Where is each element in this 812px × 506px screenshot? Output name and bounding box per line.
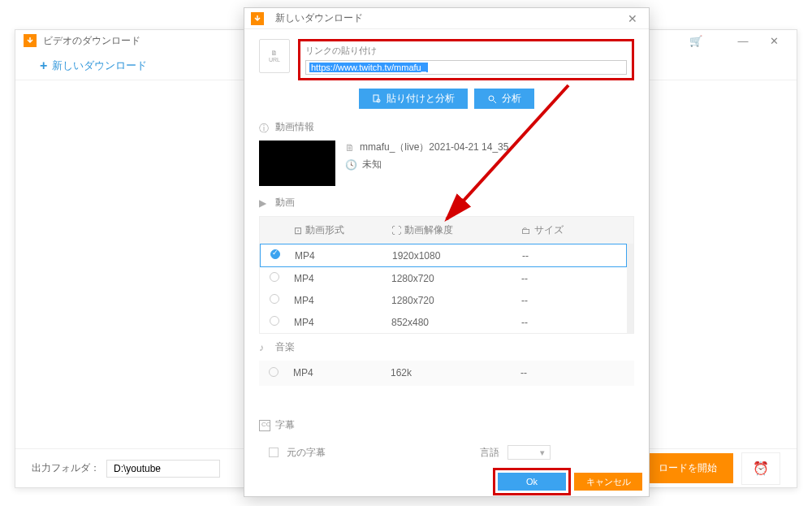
svg-point-2 xyxy=(489,96,494,101)
language-label: 言語 xyxy=(480,446,499,460)
chevron-down-icon: ▾ xyxy=(540,448,545,458)
video-duration: 未知 xyxy=(362,158,382,171)
video-info-header: ⓘ 動画情報 xyxy=(259,120,634,134)
svg-line-3 xyxy=(494,101,496,103)
original-subtitle-label: 元の字幕 xyxy=(287,446,326,460)
svg-rect-0 xyxy=(374,95,378,102)
url-input-highlight: リンクの貼り付け https://www.twitch.tv/mmafu_ xyxy=(298,39,634,80)
original-subtitle-checkbox[interactable] xyxy=(269,448,279,457)
dialog-titlebar: 新しいダウンロード ✕ xyxy=(244,8,649,29)
table-row[interactable]: MP41280x720-- xyxy=(260,267,627,289)
new-download-button[interactable]: + 新しいダウンロード xyxy=(40,58,147,73)
url-paste-label: リンクの貼り付け xyxy=(305,45,627,57)
dialog-title: 新しいダウンロード xyxy=(275,11,363,25)
start-download-button[interactable]: ロードを開始 xyxy=(642,453,733,483)
video-info: 🗎mmafu_（live）2021-04-21 14_35 🕓未知 xyxy=(259,141,634,186)
video-title: mmafu_（live）2021-04-21 14_35 xyxy=(360,141,508,154)
table-body[interactable]: MP41920x1080--MP41280x720--MP41280x720--… xyxy=(260,244,633,333)
audio-radio[interactable] xyxy=(269,367,279,377)
table-row[interactable]: MP41280x720-- xyxy=(260,289,627,311)
row-radio[interactable] xyxy=(270,272,279,282)
clipboard-search-icon xyxy=(372,94,382,104)
subtitle-section: CC 字幕 元の字幕 言語 ▾ xyxy=(259,418,634,466)
cancel-button[interactable]: キャンセル xyxy=(574,473,642,491)
language-select[interactable]: ▾ xyxy=(508,445,551,460)
dialog-close-button[interactable]: ✕ xyxy=(623,12,642,25)
row-radio[interactable] xyxy=(270,316,279,326)
info-icon: ⓘ xyxy=(259,122,270,133)
ok-button-highlight: Ok xyxy=(493,468,571,495)
main-window-title: ビデオのダウンロード xyxy=(43,34,140,48)
folder-icon: 🗀 xyxy=(521,225,531,236)
video-format-table: ⊡動画形式 ⛶動画解像度 🗀サイズ MP41920x1080--MP41280x… xyxy=(259,216,634,334)
table-row[interactable]: MP4852x480-- xyxy=(260,311,627,333)
app-icon xyxy=(24,34,37,47)
audio-row[interactable]: MP4 162k -- xyxy=(259,361,634,386)
download-dialog: 新しいダウンロード ✕ 🗎URL リンクの貼り付け https://www.tw… xyxy=(244,7,650,497)
url-input[interactable]: https://www.twitch.tv/mmafu_ xyxy=(305,60,627,75)
clock-icon: 🕓 xyxy=(345,159,357,171)
alarm-icon[interactable]: ⏰ xyxy=(741,452,780,485)
analyze-button-row: 貼り付けと分析 分析 xyxy=(259,89,634,109)
url-section: 🗎URL リンクの貼り付け https://www.twitch.tv/mmaf… xyxy=(259,39,634,80)
output-folder-label: 出力フォルダ： xyxy=(32,461,100,475)
video-section-header: ▶ 動画 xyxy=(259,196,634,210)
cc-icon: CC xyxy=(259,420,270,431)
paste-analyze-button[interactable]: 貼り付けと分析 xyxy=(359,89,468,109)
search-icon xyxy=(487,94,497,104)
music-icon: ♪ xyxy=(259,342,270,353)
minimize-button[interactable]: — xyxy=(728,30,758,51)
plus-icon: + xyxy=(40,58,47,73)
new-download-label: 新しいダウンロード xyxy=(52,58,147,73)
ok-button[interactable]: Ok xyxy=(498,473,566,491)
row-radio[interactable] xyxy=(270,249,280,259)
analyze-button[interactable]: 分析 xyxy=(474,89,534,109)
output-folder-input[interactable] xyxy=(106,460,220,478)
subtitle-row: 元の字幕 言語 ▾ xyxy=(259,439,634,466)
table-header: ⊡動画形式 ⛶動画解像度 🗀サイズ xyxy=(260,217,633,244)
video-icon: ▶ xyxy=(259,197,270,209)
audio-section-header: ♪ 音楽 xyxy=(259,340,634,354)
audio-table: MP4 162k -- xyxy=(259,361,634,386)
dialog-body: 🗎URL リンクの貼り付け https://www.twitch.tv/mmaf… xyxy=(244,29,649,467)
row-radio[interactable] xyxy=(270,294,279,304)
url-icon: 🗎URL xyxy=(259,39,290,73)
format-icon: ⊡ xyxy=(294,225,302,236)
video-thumbnail xyxy=(259,141,335,186)
dialog-footer: Ok キャンセル xyxy=(244,467,649,496)
document-icon: 🗎 xyxy=(345,142,355,154)
cart-icon[interactable]: 🛒 xyxy=(681,30,710,51)
subtitle-header: CC 字幕 xyxy=(259,418,634,432)
dialog-app-icon xyxy=(251,12,264,25)
resolution-icon: ⛶ xyxy=(391,225,401,236)
close-button[interactable]: ✕ xyxy=(759,30,788,51)
table-row[interactable]: MP41920x1080-- xyxy=(260,244,627,267)
